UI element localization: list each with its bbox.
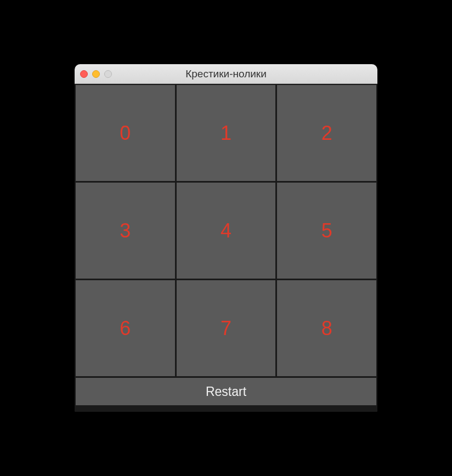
grid-cell-3[interactable]: 3 bbox=[76, 183, 175, 279]
restart-button[interactable]: Restart bbox=[76, 378, 376, 405]
grid-cell-4[interactable]: 4 bbox=[177, 183, 276, 279]
close-icon[interactable] bbox=[80, 70, 88, 78]
titlebar: Крестики-нолики bbox=[75, 64, 377, 84]
window-title: Крестики-нолики bbox=[75, 68, 377, 80]
grid-cell-0[interactable]: 0 bbox=[76, 85, 175, 181]
grid-cell-6[interactable]: 6 bbox=[76, 280, 175, 376]
grid-cell-1[interactable]: 1 bbox=[177, 85, 276, 181]
app-window: Крестики-нолики 0 1 2 3 4 5 6 7 8 Restar… bbox=[75, 64, 377, 412]
game-content: 0 1 2 3 4 5 6 7 8 Restart bbox=[75, 84, 377, 406]
grid-cell-7[interactable]: 7 bbox=[177, 280, 276, 376]
minimize-icon[interactable] bbox=[92, 70, 100, 78]
grid-cell-2[interactable]: 2 bbox=[277, 85, 376, 181]
maximize-icon bbox=[104, 70, 112, 78]
game-grid: 0 1 2 3 4 5 6 7 8 bbox=[76, 85, 376, 376]
grid-cell-8[interactable]: 8 bbox=[277, 280, 376, 376]
bottom-border bbox=[75, 406, 377, 412]
traffic-lights bbox=[80, 70, 112, 78]
grid-cell-5[interactable]: 5 bbox=[277, 183, 376, 279]
